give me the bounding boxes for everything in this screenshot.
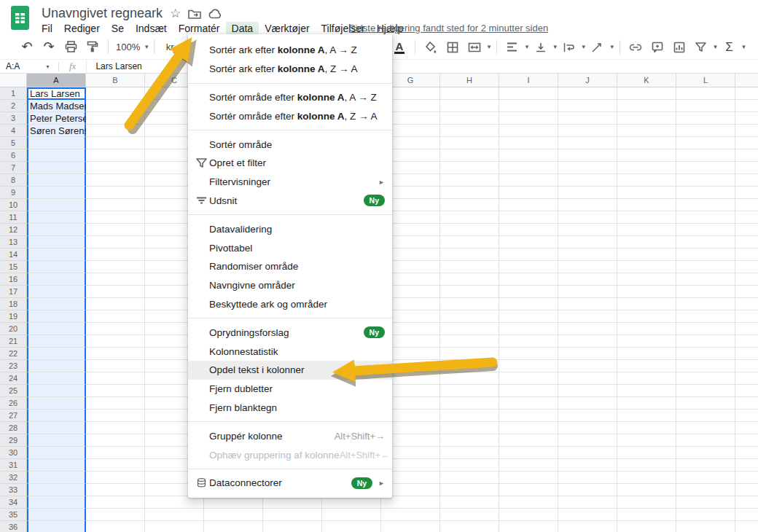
cell-H17[interactable] <box>440 286 499 298</box>
cell-H18[interactable] <box>440 298 499 310</box>
cell-H14[interactable] <box>440 249 499 261</box>
cell-G34[interactable] <box>381 496 440 509</box>
cell-A2[interactable]: Mads Madsen <box>27 100 86 112</box>
cell-B5[interactable] <box>86 137 145 149</box>
row-header-2[interactable]: 2 <box>0 100 27 112</box>
cell-I23[interactable] <box>499 360 558 372</box>
cell-H2[interactable] <box>440 100 499 112</box>
cell-B29[interactable] <box>86 434 145 447</box>
menu-item-fjern-dubletter[interactable]: Fjern dubletter <box>188 380 392 399</box>
functions-button[interactable]: Σ ▼ <box>719 38 747 57</box>
cell-partial-29[interactable] <box>735 434 758 447</box>
cell-I17[interactable] <box>499 286 558 298</box>
cell-K36[interactable] <box>617 521 676 532</box>
cell-I9[interactable] <box>499 187 558 199</box>
row-header-24[interactable]: 24 <box>0 372 27 385</box>
cell-H26[interactable] <box>440 397 499 410</box>
menu-item-sortér-ark-efter-kolonne-a-a-z[interactable]: Sortér ark efter kolonne A, A → Z <box>188 41 392 60</box>
cell-K25[interactable] <box>617 385 676 397</box>
menu-item-kolonnestatistik[interactable]: Kolonnestatistik <box>188 342 392 361</box>
cell-J36[interactable] <box>558 521 617 532</box>
menu-item-opret-et-filter[interactable]: Opret et filter <box>188 154 392 173</box>
menu-item-oprydningsforslag[interactable]: OprydningsforslagNy <box>188 323 392 342</box>
row-header-11[interactable]: 11 <box>0 211 27 224</box>
cell-K5[interactable] <box>617 137 676 149</box>
row-header-35[interactable]: 35 <box>0 509 27 521</box>
cell-I10[interactable] <box>499 199 558 211</box>
cell-K34[interactable] <box>617 496 676 509</box>
cloud-saved-icon[interactable] <box>208 9 222 19</box>
row-header-14[interactable]: 14 <box>0 249 27 261</box>
cell-partial-34[interactable] <box>735 496 758 509</box>
cell-I18[interactable] <box>499 298 558 310</box>
cell-H33[interactable] <box>440 484 499 496</box>
menu-item-filtervisninger[interactable]: Filtervisninger► <box>188 173 392 192</box>
cell-A12[interactable] <box>27 224 86 236</box>
cell-partial-6[interactable] <box>735 149 758 162</box>
cell-K24[interactable] <box>617 372 676 385</box>
cell-L19[interactable] <box>676 310 735 323</box>
cell-D34[interactable] <box>204 496 263 509</box>
row-header-16[interactable]: 16 <box>0 273 27 286</box>
cell-K4[interactable] <box>617 125 676 137</box>
menu-item-dataconnectorer[interactable]: DataconnectorerNy► <box>188 474 392 493</box>
cell-K6[interactable] <box>617 149 676 162</box>
cell-B30[interactable] <box>86 447 145 459</box>
cell-L26[interactable] <box>676 397 735 410</box>
formula-input[interactable]: Lars Larsen <box>86 60 141 73</box>
col-header-K[interactable]: K <box>617 74 676 87</box>
cell-I19[interactable] <box>499 310 558 323</box>
cell-partial-9[interactable] <box>735 187 758 199</box>
cell-A31[interactable] <box>27 459 86 472</box>
cell-A16[interactable] <box>27 273 86 286</box>
cell-B31[interactable] <box>86 459 145 472</box>
cell-E35[interactable] <box>263 509 322 521</box>
cell-A32[interactable] <box>27 472 86 484</box>
document-title[interactable]: Unavngivet regneark <box>42 6 163 21</box>
cell-B10[interactable] <box>86 199 145 211</box>
row-header-32[interactable]: 32 <box>0 472 27 484</box>
cell-H4[interactable] <box>440 125 499 137</box>
cell-J18[interactable] <box>558 298 617 310</box>
cell-J3[interactable] <box>558 112 617 125</box>
row-header-12[interactable]: 12 <box>0 224 27 236</box>
row-header-29[interactable]: 29 <box>0 434 27 447</box>
cell-K10[interactable] <box>617 199 676 211</box>
cell-L8[interactable] <box>676 174 735 187</box>
cell-B7[interactable] <box>86 162 145 174</box>
cell-I34[interactable] <box>499 496 558 509</box>
cell-I5[interactable] <box>499 137 558 149</box>
cell-H31[interactable] <box>440 459 499 472</box>
cell-H36[interactable] <box>440 521 499 532</box>
paint-format-icon[interactable] <box>83 37 102 56</box>
cell-partial-33[interactable] <box>735 484 758 496</box>
cell-L21[interactable] <box>676 335 735 348</box>
text-color-button[interactable]: A <box>390 38 409 57</box>
cell-J29[interactable] <box>558 434 617 447</box>
cell-I14[interactable] <box>499 249 558 261</box>
cell-A25[interactable] <box>27 385 86 397</box>
row-header-18[interactable]: 18 <box>0 298 27 310</box>
cell-H16[interactable] <box>440 273 499 286</box>
create-filter-button[interactable]: ▼ <box>690 38 719 57</box>
cell-J2[interactable] <box>558 100 617 112</box>
cell-B33[interactable] <box>86 484 145 496</box>
print-icon[interactable] <box>61 37 80 56</box>
row-header-33[interactable]: 33 <box>0 484 27 496</box>
cell-L28[interactable] <box>676 422 735 434</box>
col-header-I[interactable]: I <box>499 74 558 87</box>
cell-E34[interactable] <box>263 496 322 509</box>
menu-værktøjer[interactable]: Værktøjer <box>259 22 315 35</box>
cell-K17[interactable] <box>617 286 676 298</box>
cell-partial-35[interactable] <box>735 509 758 521</box>
cell-J13[interactable] <box>558 236 617 249</box>
cell-L15[interactable] <box>676 261 735 273</box>
cell-partial-18[interactable] <box>735 298 758 310</box>
cell-J24[interactable] <box>558 372 617 385</box>
cell-B26[interactable] <box>86 397 145 410</box>
cell-A18[interactable] <box>27 298 86 310</box>
cell-H29[interactable] <box>440 434 499 447</box>
fill-color-icon[interactable] <box>421 38 440 57</box>
cell-B23[interactable] <box>86 360 145 372</box>
cell-K21[interactable] <box>617 335 676 348</box>
